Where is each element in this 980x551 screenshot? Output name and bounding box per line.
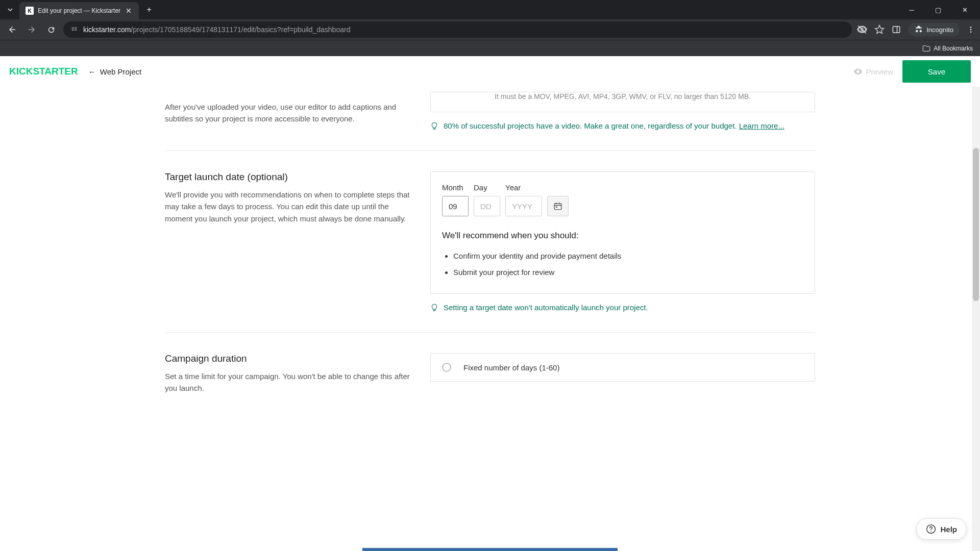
scrollbar-thumb[interactable]: [973, 148, 979, 301]
video-upload-hint-box: It must be a MOV, MPEG, AVI, MP4, 3GP, W…: [430, 92, 815, 112]
svg-point-4: [970, 31, 972, 33]
video-tip: 80% of successful projects have a video.…: [430, 121, 815, 130]
video-tip-text: 80% of successful projects have a video.…: [444, 121, 739, 130]
browser-toolbar: kickstarter.com/projects/1705188549/1748…: [0, 19, 980, 40]
day-label: Day: [474, 183, 500, 192]
tab-search-dropdown[interactable]: [4, 4, 16, 16]
new-tab-button[interactable]: +: [142, 3, 156, 17]
help-label: Help: [940, 525, 957, 534]
svg-point-2: [970, 27, 972, 28]
incognito-chip[interactable]: Incognito: [908, 23, 960, 36]
calendar-picker-button[interactable]: [547, 196, 569, 216]
folder-icon: [922, 44, 930, 53]
nav-back-icon[interactable]: [5, 22, 19, 37]
back-to-project-link[interactable]: ← Web Project: [88, 67, 141, 76]
browser-tab[interactable]: K Edit your project — Kickstarter ✕: [19, 2, 139, 19]
bookmarks-bar: All Bookmarks: [0, 40, 980, 56]
nav-forward-icon[interactable]: [24, 22, 39, 37]
video-tip-learn-more-link[interactable]: Learn more...: [739, 121, 785, 130]
side-panel-icon[interactable]: [892, 25, 901, 34]
video-caption-hint: After you've uploaded your video, use ou…: [165, 101, 410, 125]
save-button[interactable]: Save: [902, 60, 971, 83]
eye-icon: [853, 67, 863, 76]
month-input[interactable]: [442, 196, 469, 216]
tab-favicon-icon: K: [26, 7, 34, 15]
url-bar[interactable]: kickstarter.com/projects/1705188549/1748…: [63, 21, 852, 38]
browser-chrome: K Edit your project — Kickstarter ✕ + ─ …: [0, 0, 980, 56]
year-label: Year: [505, 183, 542, 192]
launch-date-tip-text: Setting a target date won't automaticall…: [444, 303, 648, 312]
eye-off-icon[interactable]: [857, 24, 867, 35]
help-button[interactable]: Help: [916, 518, 967, 540]
incognito-icon: [914, 25, 923, 34]
month-label: Month: [442, 183, 469, 192]
browser-menu-icon[interactable]: [967, 26, 975, 34]
lightbulb-icon: [430, 122, 438, 130]
window-close-icon[interactable]: ✕: [953, 2, 976, 18]
recommend-item: Submit your project for review: [453, 264, 803, 281]
radio-unchecked-icon: [442, 363, 451, 372]
day-input[interactable]: [474, 196, 500, 216]
window-minimize-icon[interactable]: ─: [900, 2, 923, 18]
bottom-banner: [362, 548, 618, 551]
svg-rect-9: [556, 207, 557, 208]
tab-strip: K Edit your project — Kickstarter ✕ + ─ …: [0, 0, 980, 19]
window-maximize-icon[interactable]: ▢: [927, 2, 949, 18]
lightbulb-icon: [430, 304, 438, 312]
app-header: KICKSTARTER ← Web Project Preview Save: [0, 56, 980, 87]
preview-button[interactable]: Preview: [853, 67, 893, 76]
recommend-item: Confirm your identity and provide paymen…: [453, 248, 803, 264]
arrow-left-icon: ←: [88, 67, 96, 76]
duration-description: Set a time limit for your campaign. You …: [165, 370, 410, 394]
recommend-list: Confirm your identity and provide paymen…: [442, 248, 803, 280]
recommend-heading: We'll recommend when you should:: [442, 231, 803, 241]
nav-reload-icon[interactable]: [44, 22, 58, 37]
incognito-label: Incognito: [926, 26, 953, 34]
kickstarter-logo[interactable]: KICKSTARTER: [9, 66, 78, 77]
duration-fixed-option[interactable]: Fixed number of days (1-60): [430, 353, 815, 382]
tab-title: Edit your project — Kickstarter: [38, 7, 120, 14]
launch-date-card: Month Day Year: [430, 171, 815, 294]
calendar-icon: [553, 202, 562, 211]
launch-date-description: We'll provide you with recommendations o…: [165, 189, 410, 224]
launch-date-tip: Setting a target date won't automaticall…: [430, 303, 815, 312]
year-input[interactable]: [505, 196, 542, 216]
video-upload-hint: It must be a MOV, MPEG, AVI, MP4, 3GP, W…: [495, 92, 751, 101]
help-circle-icon: [926, 524, 936, 534]
site-settings-icon[interactable]: [70, 25, 78, 34]
back-link-label: Web Project: [100, 67, 141, 76]
svg-point-3: [970, 29, 972, 31]
preview-label: Preview: [866, 67, 893, 76]
scrollbar-track[interactable]: [972, 56, 980, 551]
duration-heading: Campaign duration: [165, 353, 410, 364]
svg-point-11: [931, 531, 932, 532]
svg-rect-5: [554, 204, 561, 210]
launch-date-heading: Target launch date (optional): [165, 171, 410, 183]
bookmark-star-icon[interactable]: [874, 24, 885, 35]
duration-fixed-label: Fixed number of days (1-60): [463, 363, 559, 372]
url-text: kickstarter.com/projects/1705188549/1748…: [83, 26, 350, 34]
page-viewport: KICKSTARTER ← Web Project Preview Save A…: [0, 56, 980, 551]
svg-rect-0: [893, 27, 900, 33]
all-bookmarks-button[interactable]: All Bookmarks: [922, 44, 973, 53]
tab-close-icon[interactable]: ✕: [125, 7, 133, 15]
